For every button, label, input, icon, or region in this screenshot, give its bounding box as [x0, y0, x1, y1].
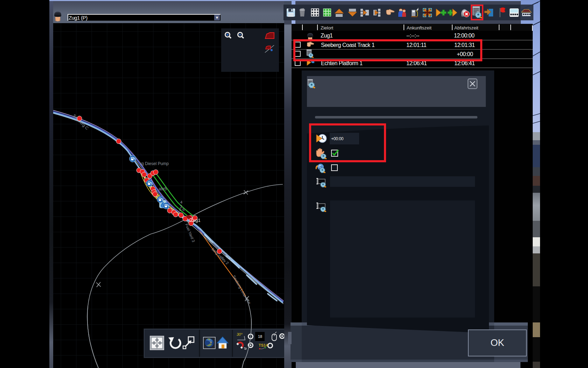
svg-text:4: 4 — [180, 200, 182, 204]
svg-text:rg Diesel Pump: rg Diesel Pump — [140, 161, 169, 166]
svg-text:30°: 30° — [237, 332, 243, 336]
svg-text:6 6: 6 6 — [179, 207, 184, 212]
svg-text:Zug1: Zug1 — [190, 218, 201, 223]
svg-text:ate5: ate5 — [159, 186, 167, 191]
svg-text:TS14: TS14 — [259, 343, 268, 347]
svg-text:18: 18 — [258, 334, 262, 339]
